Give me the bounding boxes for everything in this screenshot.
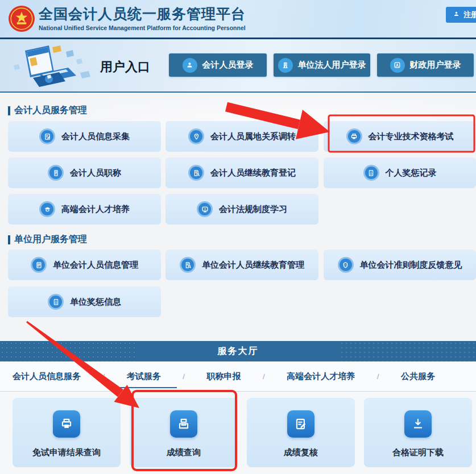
card-label: 免试申请结果查询 (32, 447, 101, 458)
video-icon (197, 201, 213, 217)
register-label: 注册 (463, 10, 476, 20)
card-label: 成绩查询 (167, 447, 201, 458)
card-certificate-download[interactable]: 合格证明下载 (364, 398, 472, 467)
service-card-continuing-education[interactable]: 会计人员继续教育登记 (165, 157, 318, 188)
service-card-talent-training[interactable]: 高端会计人才培养 (8, 194, 161, 224)
tab-separator: / (103, 372, 105, 381)
platform-title-cn: 全国会计人员统一服务管理平台 (39, 5, 246, 23)
section-title: 单位用户服务管理 (14, 234, 87, 246)
service-card-personal-rewards[interactable]: 个人奖惩记录 (324, 157, 476, 188)
page-header: 全国会计人员统一服务管理平台 National Unified Service … (0, 0, 476, 38)
service-card-locality-transfer[interactable]: 会计人员属地关系调转 (165, 121, 318, 152)
doc-search-icon (188, 165, 204, 181)
register-button[interactable]: 注册 (446, 7, 476, 23)
download-icon (404, 410, 432, 438)
unit-services-header: 单位用户服务管理 (8, 234, 87, 246)
badge-icon (363, 165, 379, 181)
service-card-standards-feedback[interactable]: 单位会计准则制度反馈意见 (324, 250, 476, 280)
person-icon (453, 10, 460, 19)
personal-services-header: 会计人员服务管理 (8, 105, 87, 117)
card-score-query[interactable]: 成绩查询 (130, 398, 238, 467)
unit-legal-person-login-button[interactable]: 单位法人用户登录 (274, 53, 370, 77)
tab-talent-training[interactable]: 高端会计人才培养 (287, 371, 355, 382)
tab-personnel-info-service[interactable]: 会计人员信息服务 (13, 371, 81, 382)
card-score-review[interactable]: 成绩复核 (247, 398, 355, 467)
section-bar (8, 106, 10, 115)
service-label: 个人奖惩记录 (386, 168, 437, 178)
feedback-icon (338, 257, 354, 273)
section-bar (8, 235, 10, 244)
service-card-law-study[interactable]: 会计法规制度学习 (165, 194, 318, 224)
location-icon (188, 128, 204, 144)
laptop-illustration (9, 41, 94, 93)
platform-title-en: National Unified Service Management Plat… (39, 24, 246, 31)
card-label: 成绩复核 (284, 447, 318, 458)
service-label: 会计人员职称 (70, 168, 121, 178)
service-label: 高端会计人才培养 (61, 204, 130, 215)
printer-icon (53, 410, 80, 438)
certificate-icon (48, 165, 64, 181)
service-card-unit-info[interactable]: 单位会计人员信息管理 (8, 250, 161, 280)
user-entry-band: 用户入口 会计人员登录 单位法人用户登录 (0, 38, 476, 93)
accounting-platform-page: 全国会计人员统一服务管理平台 National Unified Service … (0, 0, 476, 474)
services-area: 会计人员服务管理 会计人员信息采集 会计人员属地关系调转 (0, 93, 476, 341)
tab-separator: / (377, 372, 379, 381)
service-label: 会计人员继续教育登记 (210, 168, 296, 178)
doc-edit-icon (39, 128, 55, 144)
service-label: 会计人员属地关系调转 (210, 131, 296, 142)
doc-icon (31, 257, 47, 273)
tab-public-service[interactable]: 公共服务 (401, 371, 435, 382)
id-badge-icon (390, 58, 405, 73)
printer-icon (346, 128, 362, 144)
exam-service-cards: 免试申请结果查询 成绩查询 成绩复核 (0, 392, 476, 474)
badge-icon (48, 294, 64, 310)
service-label: 会计人员信息采集 (61, 131, 130, 142)
service-hall-title: 服务大厅 (218, 346, 259, 357)
service-card-title[interactable]: 会计人员职称 (8, 157, 161, 188)
service-card-info-collection[interactable]: 会计人员信息采集 (8, 121, 161, 152)
service-card-unit-rewards[interactable]: 单位奖惩信息 (8, 286, 161, 317)
section-title: 会计人员服务管理 (14, 105, 87, 117)
card-label: 合格证明下载 (392, 447, 444, 458)
accounting-personnel-login-button[interactable]: 会计人员登录 (169, 53, 267, 77)
service-hall-banner: 服务大厅 (0, 341, 476, 361)
service-label: 会计法规制度学习 (219, 204, 287, 215)
finance-user-login-button[interactable]: 财政用户登录 (377, 53, 474, 77)
tab-exam-service[interactable]: 考试服务 (127, 371, 161, 382)
doc-edit-icon (287, 410, 314, 438)
doc-search-icon (180, 257, 196, 273)
service-card-exam[interactable]: 会计专业技术资格考试 (324, 121, 476, 152)
tab-title-declaration[interactable]: 职称申报 (207, 371, 241, 382)
building-icon (278, 58, 293, 73)
tab-separator: / (263, 372, 265, 381)
user-entry-title: 用户入口 (100, 59, 150, 76)
service-hall-tabs: 会计人员信息服务 / 考试服务 / 职称申报 / 高端会计人才培养 / 公共服务 (0, 361, 476, 392)
platform-title-block: 全国会计人员统一服务管理平台 National Unified Service … (39, 5, 246, 31)
login-label: 会计人员登录 (202, 60, 254, 70)
service-label: 单位会计人员信息管理 (53, 260, 138, 271)
login-label: 单位法人用户登录 (298, 60, 366, 70)
service-card-unit-education[interactable]: 单位会计人员继续教育管理 (165, 250, 318, 280)
card-exemption-result-query[interactable]: 免试申请结果查询 (13, 398, 121, 467)
print-output-icon (170, 410, 197, 438)
service-label: 单位会计准则制度反馈意见 (360, 260, 462, 271)
graduation-cap-icon (39, 201, 55, 217)
tab-separator: / (183, 372, 185, 381)
service-label: 单位奖惩信息 (70, 297, 121, 307)
person-icon (183, 58, 197, 73)
national-emblem-icon (8, 5, 35, 32)
service-label: 单位会计人员继续教育管理 (202, 260, 304, 271)
service-label: 会计专业技术资格考试 (369, 131, 454, 142)
login-label: 财政用户登录 (410, 60, 461, 70)
